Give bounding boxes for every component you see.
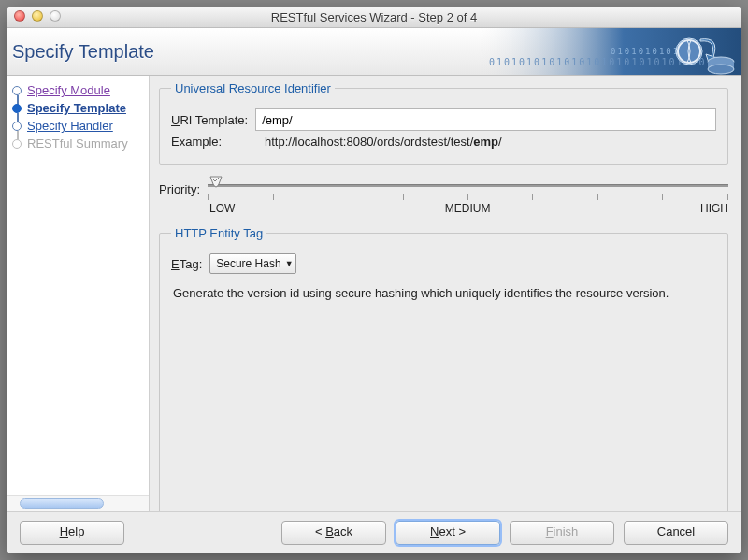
uri-example-label: Example: [171, 135, 257, 149]
uri-template-row: URI Template: [171, 108, 716, 131]
uri-template-input[interactable] [255, 108, 716, 131]
svg-text:01010101010: 01010101010 [611, 47, 687, 56]
step-label: Specify Handler [27, 119, 113, 133]
etag-row: ETag: Secure Hash ▼ [171, 253, 716, 274]
svg-point-3 [676, 38, 702, 65]
priority-high: HIGH [700, 202, 728, 215]
steps-sidebar: Specify Module Specify Template Specify … [7, 76, 150, 511]
step-label: Specify Template [27, 101, 126, 115]
priority-medium: MEDIUM [445, 202, 491, 215]
step-dot-icon [12, 139, 22, 149]
page-title: Specify Template [12, 41, 154, 63]
steps-list: Specify Module Specify Template Specify … [7, 76, 149, 495]
priority-slider[interactable] [208, 178, 728, 193]
wizard-body: Specify Module Specify Template Specify … [7, 76, 741, 511]
titlebar: RESTful Services Wizard - Step 2 of 4 [7, 7, 741, 28]
slider-ticks [208, 194, 728, 200]
minimize-icon[interactable] [32, 10, 43, 22]
slider-track [208, 184, 728, 187]
etag-group-legend: HTTP Entity Tag [171, 226, 266, 240]
etag-description: Generate the version id using secure has… [173, 285, 714, 302]
wizard-footer: Help < Back Next > Finish Cancel [7, 511, 741, 553]
priority-slider-wrap [208, 178, 728, 200]
uri-group: Universal Resource Identifier URI Templa… [159, 81, 728, 165]
step-label: RESTful Summary [27, 136, 128, 151]
uri-group-legend: Universal Resource Identifier [171, 81, 335, 95]
etag-label: ETag: [171, 257, 202, 271]
finish-button: Finish [510, 521, 614, 545]
etag-selected: Secure Hash [216, 257, 280, 270]
step-specify-template[interactable]: Specify Template [10, 99, 149, 117]
back-button[interactable]: < Back [281, 521, 386, 545]
step-specify-module[interactable]: Specify Module [10, 81, 149, 99]
scrollbar-thumb[interactable] [20, 498, 104, 509]
close-icon[interactable] [14, 10, 25, 22]
wizard-content: Universal Resource Identifier URI Templa… [150, 76, 741, 511]
step-dot-icon [12, 86, 22, 95]
cancel-button[interactable]: Cancel [624, 521, 728, 545]
priority-low: LOW [209, 202, 235, 215]
wizard-header: Specify Template 01010101010101010101010… [7, 28, 741, 76]
chevron-down-icon: ▼ [285, 259, 294, 268]
uri-template-label: URI Template: [171, 113, 248, 127]
sidebar-scrollbar[interactable] [7, 495, 149, 511]
uri-example-value: http://localhost:8080/ords/ordstest/test… [265, 135, 502, 149]
slider-thumb[interactable] [208, 176, 224, 193]
uri-example-row: Example: http://localhost:8080/ords/ords… [171, 135, 716, 149]
wizard-window: RESTful Services Wizard - Step 2 of 4 Sp… [7, 7, 741, 553]
priority-row: Priority: [159, 178, 728, 200]
svg-point-6 [708, 65, 734, 74]
header-art: 0101010101010101010101010101010 01010101… [480, 28, 741, 75]
step-dot-icon [12, 104, 22, 113]
next-button[interactable]: Next > [396, 521, 500, 545]
step-restful-summary: RESTful Summary [10, 135, 149, 152]
step-specify-handler[interactable]: Specify Handler [10, 117, 149, 135]
etag-group: HTTP Entity Tag ETag: Secure Hash ▼ Gene… [159, 226, 728, 511]
help-button[interactable]: Help [20, 521, 124, 545]
etag-select[interactable]: Secure Hash ▼ [209, 253, 295, 274]
step-label: Specify Module [27, 83, 110, 97]
zoom-icon[interactable] [50, 10, 61, 22]
window-controls [14, 10, 61, 22]
priority-label: Priority: [159, 182, 200, 196]
step-dot-icon [12, 122, 22, 131]
priority-scale-labels: LOW MEDIUM HIGH [209, 202, 728, 215]
window-title: RESTful Services Wizard - Step 2 of 4 [7, 10, 741, 24]
